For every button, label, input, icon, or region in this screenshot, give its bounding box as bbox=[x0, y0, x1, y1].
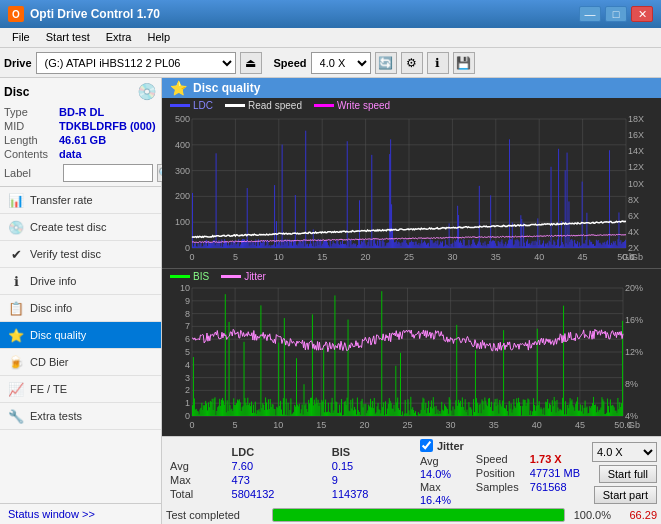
bottom-chart bbox=[162, 284, 661, 436]
sidebar-item-drive-info[interactable]: ℹ Drive info bbox=[0, 268, 161, 295]
status-text: Test completed bbox=[166, 509, 266, 521]
position-label: Position bbox=[476, 467, 526, 479]
sidebar-item-cd-bier[interactable]: 🍺 CD Bier bbox=[0, 349, 161, 376]
main-content: Disc 💿 Type BD-R DL MID TDKBLDRFB (000) … bbox=[0, 78, 661, 524]
sidebar-nav: 📊 Transfer rate 💿 Create test disc ✔ Ver… bbox=[0, 187, 161, 503]
ldc-col-header: LDC bbox=[228, 445, 328, 459]
dq-star-icon: ⭐ bbox=[170, 80, 187, 96]
speed-select[interactable]: 4.0 X bbox=[311, 52, 371, 74]
minimize-button[interactable]: — bbox=[579, 6, 601, 22]
jitter-max-value: 16.4% bbox=[420, 494, 464, 506]
menu-help[interactable]: Help bbox=[139, 30, 178, 45]
read-speed-legend-label: Read speed bbox=[248, 100, 302, 111]
sidebar-item-disc-quality[interactable]: ⭐ Disc quality bbox=[0, 322, 161, 349]
right-panel: ⭐ Disc quality LDC Read speed bbox=[162, 78, 661, 524]
app-icon: O bbox=[8, 6, 24, 22]
disc-quality-header: ⭐ Disc quality bbox=[162, 78, 661, 98]
jitter-max-label: Max bbox=[420, 481, 464, 493]
fe-te-label: FE / TE bbox=[30, 383, 67, 395]
sidebar-item-verify-test-disc[interactable]: ✔ Verify test disc bbox=[0, 241, 161, 268]
status-window-link[interactable]: Status window >> bbox=[8, 508, 95, 520]
position-value: 47731 MB bbox=[530, 467, 580, 479]
extra-tests-icon: 🔧 bbox=[8, 408, 24, 424]
menu-extra[interactable]: Extra bbox=[98, 30, 140, 45]
sidebar-item-extra-tests[interactable]: 🔧 Extra tests bbox=[0, 403, 161, 430]
bottom-chart-legend: BIS Jitter bbox=[162, 269, 661, 284]
jitter-checkbox[interactable] bbox=[420, 439, 433, 452]
write-speed-legend-color bbox=[314, 104, 334, 107]
save-button[interactable]: 💾 bbox=[453, 52, 475, 74]
speed-label: Speed bbox=[274, 57, 307, 69]
start-full-button[interactable]: Start full bbox=[599, 465, 657, 483]
menu-file[interactable]: File bbox=[4, 30, 38, 45]
disc-info-label: Disc info bbox=[30, 302, 72, 314]
ldc-legend-color bbox=[170, 104, 190, 107]
jitter-legend-color bbox=[221, 275, 241, 278]
jitter-section: Jitter Avg 14.0% Max 16.4% bbox=[420, 439, 464, 506]
avg-label: Avg bbox=[166, 459, 228, 473]
read-speed-legend-color bbox=[225, 104, 245, 107]
maximize-button[interactable]: □ bbox=[605, 6, 627, 22]
eject-button[interactable]: ⏏ bbox=[240, 52, 262, 74]
type-value: BD-R DL bbox=[59, 106, 157, 118]
fe-te-icon: 📈 bbox=[8, 381, 24, 397]
bis-legend-color bbox=[170, 275, 190, 278]
disc-info-icon: 📋 bbox=[8, 300, 24, 316]
bis-legend-label: BIS bbox=[193, 271, 209, 282]
disc-quality-label: Disc quality bbox=[30, 329, 86, 341]
max-ldc: 473 bbox=[228, 473, 328, 487]
info-button[interactable]: ℹ bbox=[427, 52, 449, 74]
status-section: Status window >> bbox=[0, 503, 161, 524]
length-label: Length bbox=[4, 134, 59, 146]
jitter-header: Jitter bbox=[437, 440, 464, 452]
progress-percent: 100.0% bbox=[571, 509, 611, 521]
sidebar-item-create-test-disc[interactable]: 💿 Create test disc bbox=[0, 214, 161, 241]
samples-label: Samples bbox=[476, 481, 526, 493]
total-label: Total bbox=[166, 487, 228, 501]
stats-row: LDC BIS Avg 7.60 0.15 Max 473 9 Total bbox=[166, 439, 657, 506]
disc-title: Disc bbox=[4, 85, 29, 99]
length-value: 46.61 GB bbox=[59, 134, 157, 146]
jitter-avg-label: Avg bbox=[420, 455, 464, 467]
disc-quality-title: Disc quality bbox=[193, 81, 260, 95]
top-chart-container: LDC Read speed Write speed bbox=[162, 98, 661, 269]
disc-section: Disc 💿 Type BD-R DL MID TDKBLDRFB (000) … bbox=[0, 78, 161, 187]
sidebar-item-transfer-rate[interactable]: 📊 Transfer rate bbox=[0, 187, 161, 214]
jitter-avg-value: 14.0% bbox=[420, 468, 464, 480]
mid-label: MID bbox=[4, 120, 59, 132]
bottom-stats-panel: LDC BIS Avg 7.60 0.15 Max 473 9 Total bbox=[162, 436, 661, 524]
menu-start-test[interactable]: Start test bbox=[38, 30, 98, 45]
bis-col-header: BIS bbox=[328, 445, 416, 459]
extra-tests-label: Extra tests bbox=[30, 410, 82, 422]
refresh-button[interactable]: 🔄 bbox=[375, 52, 397, 74]
create-test-disc-icon: 💿 bbox=[8, 219, 24, 235]
speed-stat-value: 1.73 X bbox=[530, 453, 562, 465]
label-input[interactable] bbox=[63, 164, 153, 182]
drive-select[interactable]: (G:) ATAPI iHBS112 2 PL06 bbox=[36, 52, 236, 74]
create-test-disc-label: Create test disc bbox=[30, 221, 106, 233]
sidebar-item-fe-te[interactable]: 📈 FE / TE bbox=[0, 376, 161, 403]
sidebar-item-disc-info[interactable]: 📋 Disc info bbox=[0, 295, 161, 322]
speed-bottom-select[interactable]: 4.0 X bbox=[592, 442, 657, 462]
title-bar: O Opti Drive Control 1.70 — □ ✕ bbox=[0, 0, 661, 28]
progress-bar-row: Test completed 100.0% 66.29 bbox=[166, 508, 657, 522]
sidebar: Disc 💿 Type BD-R DL MID TDKBLDRFB (000) … bbox=[0, 78, 162, 524]
total-ldc: 5804132 bbox=[228, 487, 328, 501]
bottom-chart-container: BIS Jitter bbox=[162, 269, 661, 436]
transfer-rate-label: Transfer rate bbox=[30, 194, 93, 206]
contents-label: Contents bbox=[4, 148, 59, 160]
cd-bier-label: CD Bier bbox=[30, 356, 69, 368]
start-part-button[interactable]: Start part bbox=[594, 486, 657, 504]
drive-label: Drive bbox=[4, 57, 32, 69]
close-button[interactable]: ✕ bbox=[631, 6, 653, 22]
progress-bar bbox=[272, 508, 565, 522]
avg-ldc: 7.60 bbox=[228, 459, 328, 473]
total-bis: 114378 bbox=[328, 487, 416, 501]
drive-info-label: Drive info bbox=[30, 275, 76, 287]
label-label: Label bbox=[4, 167, 59, 179]
settings-button[interactable]: ⚙ bbox=[401, 52, 423, 74]
disc-quality-icon: ⭐ bbox=[8, 327, 24, 343]
verify-test-disc-label: Verify test disc bbox=[30, 248, 101, 260]
action-buttons: 4.0 X Start full Start part bbox=[592, 442, 657, 504]
stats-table: LDC BIS Avg 7.60 0.15 Max 473 9 Total bbox=[166, 445, 416, 501]
